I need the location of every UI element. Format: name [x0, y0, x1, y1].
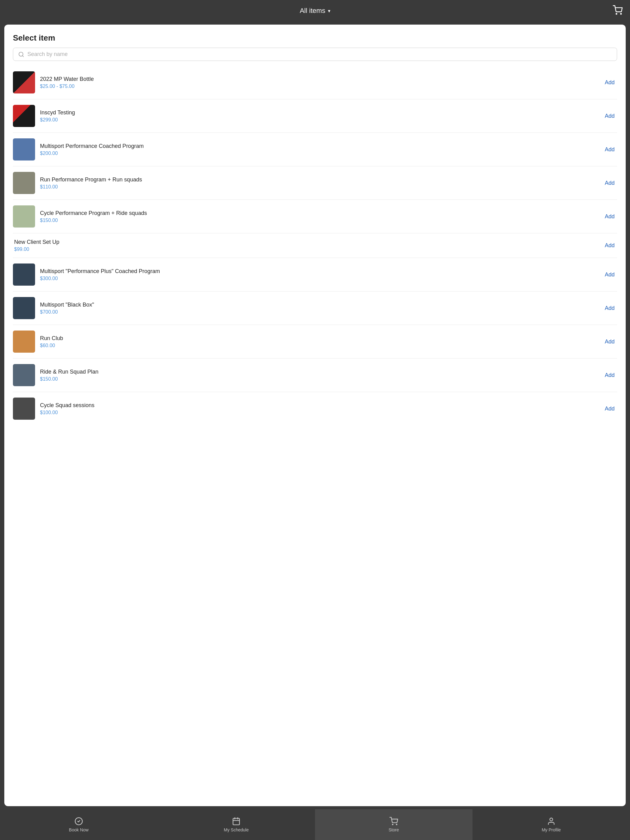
nav-my-schedule-label: My Schedule	[224, 827, 249, 832]
page-title: Select item	[13, 33, 617, 43]
item-price: $110.00	[40, 184, 597, 190]
list-item: Multisport "Performance Plus" Coached Pr…	[13, 258, 617, 292]
cart-button[interactable]	[613, 5, 623, 16]
item-info: Multisport "Black Box" $700.00	[40, 302, 597, 315]
add-item-button[interactable]: Add	[602, 371, 617, 380]
cart-icon	[613, 5, 623, 15]
item-name: Run Performance Program + Run squads	[40, 177, 597, 183]
svg-line-3	[22, 55, 24, 57]
item-price: $100.00	[40, 410, 597, 415]
item-image	[13, 264, 35, 286]
add-item-button[interactable]: Add	[602, 304, 617, 313]
top-bar-title[interactable]: All items ▾	[300, 7, 330, 15]
add-item-button[interactable]: Add	[602, 178, 617, 188]
item-price: $150.00	[40, 376, 597, 382]
calendar-icon	[232, 817, 241, 826]
list-item: 2022 MP Water Bottle $25.00 - $75.00 Add	[13, 66, 617, 99]
item-info: Cycle Squad sessions $100.00	[40, 402, 597, 415]
item-image	[13, 71, 35, 93]
item-price: $299.00	[40, 117, 597, 123]
item-info: Inscyd Testing $299.00	[40, 109, 597, 123]
add-item-button[interactable]: Add	[602, 78, 617, 87]
item-name: Ride & Run Squad Plan	[40, 369, 597, 375]
item-name: 2022 MP Water Bottle	[40, 76, 597, 82]
item-info: Multisport "Performance Plus" Coached Pr…	[40, 268, 597, 281]
search-icon	[18, 51, 24, 57]
add-item-button[interactable]: Add	[602, 212, 617, 221]
svg-point-9	[392, 824, 393, 825]
item-name: Multisport Performance Coached Program	[40, 143, 597, 149]
item-price: $700.00	[40, 309, 597, 315]
item-name: Inscyd Testing	[40, 109, 597, 116]
item-name: Cycle Squad sessions	[40, 402, 597, 409]
list-item: New Client Set Up $99.00 Add	[13, 234, 617, 258]
search-bar	[13, 47, 617, 61]
list-item: Multisport "Black Box" $700.00 Add	[13, 292, 617, 325]
list-item: Ride & Run Squad Plan $150.00 Add	[13, 358, 617, 392]
item-image	[13, 138, 35, 161]
item-price: $300.00	[40, 276, 597, 281]
item-info: 2022 MP Water Bottle $25.00 - $75.00	[40, 76, 597, 89]
nav-book-now-label: Book Now	[69, 827, 89, 832]
add-item-button[interactable]: Add	[602, 404, 617, 413]
item-image	[13, 105, 35, 127]
item-image	[13, 172, 35, 194]
svg-point-0	[616, 14, 617, 14]
chevron-down-icon: ▾	[328, 8, 330, 14]
item-name: Multisport "Black Box"	[40, 302, 597, 308]
list-item: Run Club $60.00 Add	[13, 325, 617, 358]
item-name: Cycle Performance Program + Ride squads	[40, 210, 597, 216]
svg-point-1	[621, 14, 621, 14]
item-info: Run Performance Program + Run squads $11…	[40, 177, 597, 190]
item-image	[13, 398, 35, 420]
item-info: Multisport Performance Coached Program $…	[40, 143, 597, 156]
item-info: Ride & Run Squad Plan $150.00	[40, 369, 597, 382]
add-item-button[interactable]: Add	[602, 270, 617, 279]
item-info: Cycle Performance Program + Ride squads …	[40, 210, 597, 223]
item-price: $200.00	[40, 151, 597, 156]
item-info: New Client Set Up $99.00	[13, 239, 597, 252]
add-item-button[interactable]: Add	[602, 241, 617, 250]
add-item-button[interactable]: Add	[602, 145, 617, 154]
person-icon	[547, 817, 556, 826]
main-card: Select item 2022 MP Water Bottle $25.00 …	[4, 25, 626, 806]
add-item-button[interactable]: Add	[602, 337, 617, 346]
list-item: Cycle Squad sessions $100.00 Add	[13, 392, 617, 425]
list-item: Multisport Performance Coached Program $…	[13, 133, 617, 166]
nav-my-profile[interactable]: My Profile	[473, 809, 630, 840]
check-circle-icon	[74, 817, 83, 826]
item-info: Run Club $60.00	[40, 335, 597, 348]
nav-my-profile-label: My Profile	[542, 827, 561, 832]
bottom-nav: Book Now My Schedule Store My Profile	[0, 809, 630, 840]
item-image	[13, 297, 35, 319]
item-name: Multisport "Performance Plus" Coached Pr…	[40, 268, 597, 275]
top-bar: All items ▾	[0, 0, 630, 22]
svg-point-10	[396, 824, 397, 825]
svg-point-11	[550, 818, 552, 821]
nav-my-schedule[interactable]: My Schedule	[157, 809, 315, 840]
item-price: $60.00	[40, 343, 597, 348]
item-price: $150.00	[40, 218, 597, 223]
nav-book-now[interactable]: Book Now	[0, 809, 157, 840]
svg-rect-5	[233, 818, 240, 825]
add-item-button[interactable]: Add	[602, 112, 617, 120]
card-header: Select item	[4, 25, 626, 66]
nav-store[interactable]: Store	[315, 809, 473, 840]
item-price: $99.00	[14, 246, 597, 252]
store-cart-icon	[389, 817, 398, 826]
list-item: Inscyd Testing $299.00 Add	[13, 99, 617, 133]
item-name: Run Club	[40, 335, 597, 342]
list-item: Cycle Performance Program + Ride squads …	[13, 200, 617, 234]
item-image	[13, 330, 35, 353]
items-list: 2022 MP Water Bottle $25.00 - $75.00 Add…	[4, 66, 626, 800]
list-item: Run Performance Program + Run squads $11…	[13, 166, 617, 200]
item-name: New Client Set Up	[14, 239, 597, 245]
all-items-label: All items	[300, 7, 325, 15]
item-image	[13, 205, 35, 227]
nav-store-label: Store	[388, 827, 399, 832]
item-price: $25.00 - $75.00	[40, 84, 597, 89]
item-image	[13, 364, 35, 386]
search-input[interactable]	[27, 51, 612, 57]
